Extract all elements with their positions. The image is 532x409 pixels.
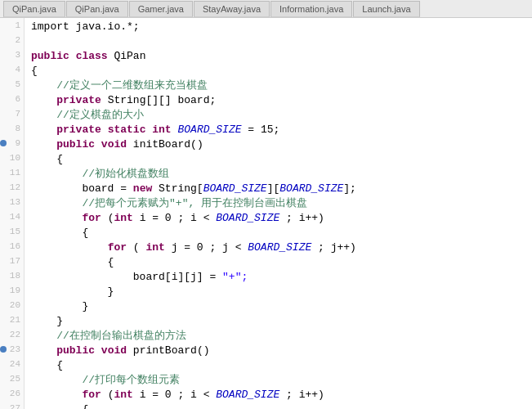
code-line: //打印每个数组元素 xyxy=(25,373,532,388)
code-line: { xyxy=(25,152,532,167)
tab-0[interactable]: QiPan.java xyxy=(3,1,65,17)
code-token: { xyxy=(31,226,88,240)
code-token: import java.io.*; xyxy=(31,20,140,34)
line-number: 20 xyxy=(7,300,24,310)
code-line: private static int BOARD_SIZE = 15; xyxy=(25,123,532,137)
code-line: } xyxy=(25,299,532,314)
code-token xyxy=(31,79,56,93)
code-token: BOARD_SIZE xyxy=(203,182,267,196)
gutter-spacer xyxy=(0,151,7,165)
editor-body: 1234567891011121314151617181920212223242… xyxy=(0,18,532,409)
code-token xyxy=(145,123,152,137)
code-token xyxy=(31,196,82,211)
code-line: { xyxy=(25,402,532,409)
gutter-row: 20 xyxy=(0,298,24,312)
line-number: 17 xyxy=(7,256,24,266)
gutter-row: 26 xyxy=(0,386,24,401)
code-token: ( xyxy=(101,388,114,402)
code-line: public void initBoard() xyxy=(25,137,532,152)
code-line: { xyxy=(25,255,532,270)
tab-bar: QiPan.javaQiPan.javaGamer.javaStayAway.j… xyxy=(0,0,532,18)
tab-5[interactable]: Launch.java xyxy=(353,1,419,17)
code-line xyxy=(25,34,532,49)
gutter-spacer xyxy=(0,180,7,195)
code-token: = 15; xyxy=(242,123,280,137)
code-token: static xyxy=(108,123,146,137)
code-token: } xyxy=(31,314,63,329)
gutter-spacer xyxy=(0,224,7,239)
code-token xyxy=(31,108,56,123)
code-token: //在控制台输出棋盘的方法 xyxy=(56,329,186,344)
gutter-spacer xyxy=(0,47,7,62)
code-token: int xyxy=(114,388,132,402)
code-token: public xyxy=(31,49,69,64)
line-number: 12 xyxy=(7,182,24,192)
tab-2[interactable]: Gamer.java xyxy=(129,1,193,17)
code-token: ][ xyxy=(267,182,280,196)
code-token xyxy=(69,49,76,64)
gutter-row: 19 xyxy=(0,283,24,298)
gutter-spacer xyxy=(0,165,7,180)
gutter-row: 8 xyxy=(0,121,24,136)
code-line: public class QiPan xyxy=(25,49,532,64)
gutter-row: 24 xyxy=(0,357,24,371)
gutter-spacer xyxy=(0,327,7,342)
line-number: 7 xyxy=(7,109,24,119)
code-token: ]; xyxy=(343,182,356,196)
code-token: ; j++) xyxy=(311,240,356,255)
line-number: 4 xyxy=(7,65,24,74)
code-token: for xyxy=(82,388,101,402)
code-line: board[i][j] = "+"; xyxy=(25,270,532,285)
gutter-spacer xyxy=(0,77,7,92)
tab-4[interactable]: Information.java xyxy=(270,1,352,17)
gutter-spacer xyxy=(0,33,7,47)
gutter-row: 11 xyxy=(0,165,24,180)
editor-container: QiPan.javaQiPan.javaGamer.javaStayAway.j… xyxy=(0,0,532,409)
line-number: 3 xyxy=(7,50,24,60)
gutter-spacer xyxy=(0,283,7,298)
code-token: board[i][j] = xyxy=(31,270,222,285)
code-token xyxy=(172,123,178,137)
line-number: 25 xyxy=(7,374,24,384)
code-token: ( xyxy=(127,240,145,255)
code-line: { xyxy=(25,226,532,240)
code-token: initBoard() xyxy=(127,137,203,152)
gutter-row: 5 xyxy=(0,77,24,92)
line-number: 14 xyxy=(7,212,24,222)
gutter-row: 6 xyxy=(0,92,24,106)
breakpoint-marker xyxy=(0,342,7,357)
code-token xyxy=(31,388,82,402)
gutter-row: 27 xyxy=(0,401,24,409)
code-token xyxy=(31,373,82,388)
gutter-spacer xyxy=(0,195,7,209)
gutter-row: 16 xyxy=(0,239,24,254)
tab-1[interactable]: QiPan.java xyxy=(66,1,128,17)
code-line: for (int i = 0 ; i < BOARD_SIZE ; i++) xyxy=(25,211,532,226)
code-token: QiPan xyxy=(108,49,146,64)
code-line: board = new String[BOARD_SIZE][BOARD_SIZ… xyxy=(25,182,532,196)
code-line: { xyxy=(25,64,532,79)
line-number: 1 xyxy=(7,20,24,30)
line-number: 23 xyxy=(7,344,24,354)
code-token: int xyxy=(114,211,132,226)
code-token: void xyxy=(101,137,127,152)
code-token xyxy=(31,240,108,255)
gutter-spacer xyxy=(0,92,7,106)
tab-3[interactable]: StayAway.java xyxy=(194,1,270,17)
code-token: { xyxy=(31,152,63,167)
line-number: 18 xyxy=(7,271,24,281)
line-number: 19 xyxy=(7,285,24,295)
line-number: 21 xyxy=(7,315,24,325)
line-number: 6 xyxy=(7,94,24,104)
code-token: private xyxy=(56,123,101,137)
code-token: i = 0 ; i < xyxy=(133,388,216,402)
gutter-spacer xyxy=(0,357,7,371)
code-area[interactable]: import java.io.*;public class QiPan{ //定… xyxy=(25,18,532,409)
gutter-row: 23 xyxy=(0,342,24,357)
gutter-row: 2 xyxy=(0,33,24,47)
gutter-row: 14 xyxy=(0,209,24,224)
code-token: { xyxy=(31,358,63,373)
code-line: //定义棋盘的大小 xyxy=(25,108,532,123)
code-token xyxy=(31,93,56,108)
gutter-spacer xyxy=(0,386,7,401)
